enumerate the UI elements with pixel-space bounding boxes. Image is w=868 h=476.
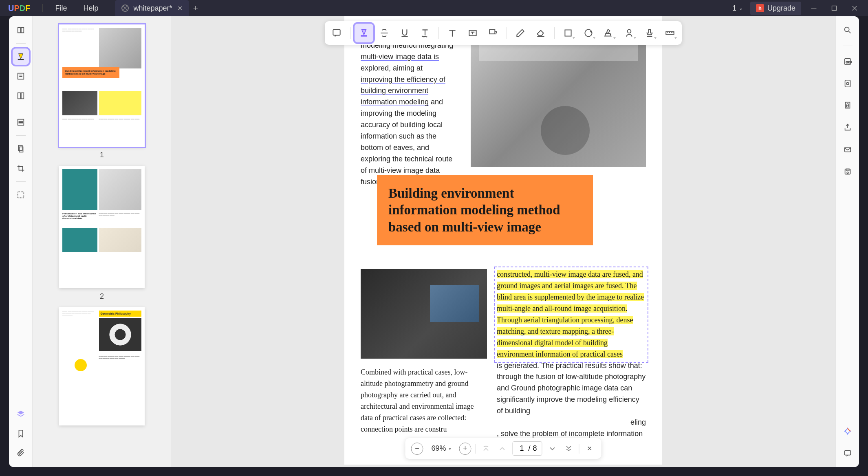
svg-point-23: [846, 82, 849, 85]
last-page-button[interactable]: [563, 443, 575, 455]
form-tool[interactable]: [13, 187, 29, 203]
stamp2-tool[interactable]: [640, 24, 659, 42]
left-toolbar: [9, 16, 33, 467]
signature-tool[interactable]: [620, 24, 639, 42]
thumbnail-image-3[interactable]: ▬▬▬ ▬▬ ▬▬▬▬ ▬▬ ▬▬▬ ▬▬▬▬ ▬▬ ▬▬▬ ▬▬ ▬▬▬▬ ▬…: [59, 307, 145, 425]
page-thumbnail-2[interactable]: Preservation and inheritance of architec…: [59, 166, 145, 301]
window-controls: [804, 2, 864, 15]
document-tab[interactable]: whitepaper* ✕: [115, 0, 189, 16]
highlight-tool[interactable]: [355, 24, 373, 42]
zoom-display[interactable]: 69% ▾: [427, 443, 455, 454]
close-bar-button[interactable]: ✕: [584, 443, 596, 455]
divider: [476, 444, 476, 454]
hero-image: [471, 29, 646, 167]
title-banner: Building environment information modelin…: [377, 175, 593, 245]
first-page-button[interactable]: [480, 443, 492, 455]
highlighted-text: constructed, multi-view image data are f…: [497, 270, 644, 358]
svg-point-29: [847, 172, 848, 174]
svg-point-16: [585, 29, 592, 36]
protect-tool[interactable]: [839, 97, 856, 114]
document-view[interactable]: environment information modeling method …: [171, 16, 835, 467]
menu-file[interactable]: File: [47, 4, 75, 13]
titlebar-right: 1 ⌄ h Upgrade: [728, 2, 868, 15]
callout-tool[interactable]: [484, 24, 502, 42]
prev-page-button[interactable]: [496, 443, 509, 455]
pagination-bar: − 69% ▾ + 1 / 8 ✕: [405, 438, 601, 459]
menu-help[interactable]: Help: [75, 4, 106, 13]
bookmark-tool[interactable]: [13, 425, 29, 442]
comment-tool[interactable]: [13, 48, 29, 65]
highlighted-selection[interactable]: constructed, multi-view image data are f…: [497, 269, 646, 360]
thumbnail-image-1[interactable]: ▬▬▬ ▬▬ ▬▬▬▬ ▬▬ ▬▬▬ ▬▬▬▬ ▬▬ ▬▬▬ ▬▬ ▬▬▬▬ B…: [59, 24, 145, 147]
compress-tool[interactable]: [839, 75, 856, 92]
squiggly-tool[interactable]: [416, 24, 434, 42]
svg-rect-2: [18, 59, 24, 60]
shape-tool[interactable]: [559, 24, 577, 42]
reader-tool[interactable]: [13, 22, 29, 38]
svg-rect-22: [845, 80, 850, 87]
chat-tool[interactable]: [839, 445, 856, 461]
pencil-tool[interactable]: [511, 24, 530, 42]
tab-title: whitepaper*: [134, 4, 172, 13]
share-tool[interactable]: [839, 119, 856, 136]
divider: [42, 4, 43, 12]
email-tool[interactable]: [839, 141, 856, 158]
svg-rect-1: [832, 6, 837, 11]
current-page-input[interactable]: 1: [518, 444, 526, 453]
svg-rect-7: [19, 121, 22, 123]
text-tool[interactable]: [443, 24, 462, 42]
page-thumbnail-1[interactable]: ▬▬▬ ▬▬ ▬▬▬▬ ▬▬ ▬▬▬ ▬▬▬▬ ▬▬ ▬▬▬ ▬▬ ▬▬▬▬ B…: [59, 24, 145, 159]
upgrade-button[interactable]: h Upgrade: [750, 2, 801, 15]
svg-rect-10: [18, 192, 24, 198]
annotation-toolbar: [325, 21, 682, 45]
search-tool[interactable]: [839, 22, 856, 38]
svg-point-17: [628, 29, 631, 33]
app-logo: UPDF: [0, 4, 38, 13]
sticker-tool[interactable]: [579, 24, 598, 42]
next-page-button[interactable]: [546, 443, 559, 455]
history-dropdown[interactable]: 1 ⌄: [728, 2, 747, 14]
organize-tool[interactable]: [13, 88, 29, 104]
svg-rect-4: [18, 93, 20, 99]
history-count: 1: [732, 4, 736, 13]
svg-rect-28: [846, 169, 849, 171]
eraser-tool[interactable]: [531, 24, 550, 42]
zoom-out-button[interactable]: −: [411, 443, 423, 455]
divider: [579, 444, 579, 454]
thumbnail-image-2[interactable]: Preservation and inheritance of architec…: [59, 166, 145, 288]
divider: [16, 135, 26, 136]
thumbnail-panel[interactable]: ▬▬▬ ▬▬ ▬▬▬▬ ▬▬ ▬▬▬ ▬▬▬▬ ▬▬ ▬▬▬ ▬▬ ▬▬▬▬ B…: [33, 16, 171, 467]
close-window-button[interactable]: [845, 2, 864, 15]
attachment-tool[interactable]: [13, 445, 29, 461]
page-thumbnail-3[interactable]: ▬▬▬ ▬▬ ▬▬▬▬ ▬▬ ▬▬▬ ▬▬▬▬ ▬▬ ▬▬▬ ▬▬ ▬▬▬▬ ▬…: [59, 307, 145, 425]
tab-doc-icon: [121, 4, 129, 12]
upgrade-badge-icon: h: [756, 4, 764, 12]
measure-tool[interactable]: [661, 24, 679, 42]
underline-tool[interactable]: [395, 24, 414, 42]
divider: [507, 27, 507, 39]
textbox-tool[interactable]: [463, 24, 482, 42]
strikethrough-tool[interactable]: [375, 24, 394, 42]
save-tool[interactable]: [839, 163, 856, 180]
minimize-button[interactable]: [804, 2, 823, 15]
layers-tool[interactable]: [13, 406, 29, 422]
body-paragraph-tail: eling: [497, 417, 646, 428]
svg-rect-25: [846, 105, 849, 107]
note-tool[interactable]: [327, 24, 346, 42]
total-pages: 8: [533, 444, 537, 453]
page-tool[interactable]: [13, 141, 29, 157]
person-image: [361, 269, 487, 359]
tab-close-icon[interactable]: ✕: [177, 4, 183, 12]
maximize-button[interactable]: [825, 2, 844, 15]
edit-tool[interactable]: [13, 68, 29, 84]
redact-tool[interactable]: [13, 114, 29, 130]
ai-tool[interactable]: [839, 423, 856, 439]
crop-tool[interactable]: [13, 160, 29, 176]
ocr-tool[interactable]: OCR: [839, 53, 856, 70]
tab-area: whitepaper* ✕ +: [115, 0, 198, 16]
zoom-in-button[interactable]: +: [459, 443, 471, 455]
stamp-tool[interactable]: [599, 24, 618, 42]
svg-rect-30: [844, 451, 850, 455]
divider: [16, 43, 26, 44]
new-tab-button[interactable]: +: [193, 3, 198, 13]
